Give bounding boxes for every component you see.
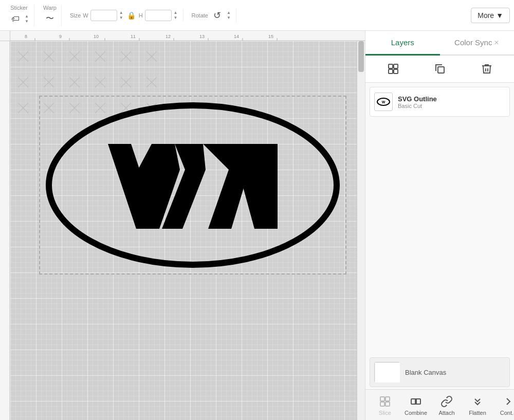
design-canvas[interactable]	[10, 41, 357, 420]
main-toolbar: Sticker 🏷 ▲ ▼ Warp 〜 Size W ▲ ▼	[0, 0, 514, 31]
more-button[interactable]: More ▼	[471, 8, 510, 23]
cont-tool[interactable]: Cont...	[493, 392, 514, 418]
more-group: More ▼	[471, 8, 510, 23]
svg-rect-28	[394, 64, 398, 68]
slice-icon	[378, 394, 392, 409]
warp-icon[interactable]: 〜	[43, 12, 57, 26]
lock-icon[interactable]: 🔒	[126, 9, 137, 22]
sticker-label: Sticker	[10, 5, 28, 11]
attach-tool[interactable]: Attach	[431, 392, 462, 418]
ruler-corner	[0, 31, 10, 41]
ruler-top: 8 9 10 11 12 13 14 15	[10, 31, 365, 41]
rotate-control: ↺ ▲ ▼	[210, 8, 232, 23]
svg-rect-31	[438, 67, 444, 73]
tab-layers[interactable]: Layers	[365, 31, 440, 56]
blank-canvas-svg	[375, 362, 400, 383]
svg-rect-30	[394, 69, 398, 74]
warp-group: Warp 〜	[39, 5, 62, 26]
layer-name: SVG Outline	[398, 95, 505, 103]
height-input[interactable]	[145, 10, 172, 21]
width-control: W ▲ ▼	[83, 10, 124, 21]
ruler-left	[0, 41, 10, 420]
design-element[interactable]	[41, 98, 344, 272]
right-panel: Layers Color Sync ✕	[365, 31, 514, 420]
sticker-arrow-down[interactable]: ▼	[24, 19, 30, 24]
slice-label: Slice	[379, 410, 391, 416]
flatten-tool[interactable]: Flatten	[462, 392, 493, 418]
flatten-label: Flatten	[469, 410, 486, 416]
panel-bottom-toolbar: Slice Combine Attach	[365, 389, 514, 420]
svg-text:11: 11	[131, 34, 136, 39]
size-group: Size W ▲ ▼ 🔒 H ▲ ▼	[66, 9, 183, 22]
rotate-group: Rotate ↺ ▲ ▼	[188, 8, 236, 23]
combine-tool[interactable]: Combine	[400, 392, 431, 418]
width-up[interactable]: ▲	[118, 10, 124, 15]
ruler-top-svg: 8 9 10 11 12 13 14 15	[10, 31, 365, 41]
cont-label: Cont...	[500, 410, 514, 416]
combine-label: Combine	[405, 410, 427, 416]
vertical-scrollbar[interactable]	[357, 41, 365, 420]
scrollbar-thumb[interactable]	[358, 41, 364, 72]
panel-tabs: Layers Color Sync ✕	[365, 31, 514, 56]
design-svg	[41, 98, 344, 272]
add-layer-button[interactable]	[384, 60, 402, 78]
canvas-area[interactable]: 8 9 10 11 12 13 14 15	[0, 31, 365, 420]
flatten-icon	[470, 394, 485, 409]
sticker-group: Sticker 🏷 ▲ ▼	[4, 5, 34, 26]
sticker-icon[interactable]: 🏷	[8, 12, 23, 26]
warp-input-group: Warp 〜	[43, 5, 57, 26]
sticker-arrows: ▲ ▼	[24, 14, 30, 24]
svg-text:8: 8	[25, 34, 27, 39]
sticker-arrow-up[interactable]: ▲	[24, 14, 30, 19]
svg-text:14: 14	[234, 34, 239, 39]
rotate-down[interactable]: ▼	[226, 15, 232, 21]
layer-info: SVG Outline Basic Cut	[398, 95, 505, 109]
delete-button[interactable]	[478, 60, 496, 78]
svg-text:13: 13	[199, 34, 205, 39]
ruler-left-svg	[0, 41, 10, 420]
width-input[interactable]	[90, 10, 117, 21]
blank-canvas-thumb	[374, 362, 400, 382]
combine-icon	[409, 394, 423, 409]
svg-rect-37	[386, 397, 390, 401]
color-sync-close-icon[interactable]: ✕	[492, 39, 499, 46]
rotate-up[interactable]: ▲	[226, 10, 232, 15]
height-control: H ▲ ▼	[139, 10, 179, 21]
tab-color-sync-label: Color Sync	[454, 38, 492, 47]
size-label: Size	[70, 12, 81, 19]
tab-layers-label: Layers	[391, 38, 414, 47]
svg-rect-39	[386, 402, 390, 406]
height-up[interactable]: ▲	[173, 10, 179, 15]
svg-text:W: W	[382, 100, 386, 104]
rotate-icon[interactable]: ↺	[210, 8, 225, 23]
warp-label: Warp	[43, 5, 57, 11]
svg-rect-29	[389, 69, 393, 74]
rotate-label: Rotate	[192, 12, 208, 19]
tab-color-sync[interactable]: Color Sync ✕	[440, 31, 515, 56]
layer-thumb: W	[374, 93, 393, 111]
layer-sub: Basic Cut	[398, 103, 505, 109]
svg-text:10: 10	[94, 34, 99, 39]
svg-rect-34	[375, 362, 400, 383]
duplicate-button[interactable]	[431, 60, 449, 78]
blank-canvas-row[interactable]: Blank Canvas	[370, 357, 510, 387]
attach-icon	[439, 394, 454, 409]
attach-label: Attach	[438, 410, 454, 416]
height-down[interactable]: ▼	[173, 15, 179, 21]
sticker-input-group: Sticker 🏷 ▲ ▼	[8, 5, 30, 26]
svg-rect-36	[380, 397, 384, 401]
panel-toolbar	[365, 56, 514, 83]
layer-thumb-svg: W	[376, 95, 391, 109]
more-chevron-icon: ▼	[496, 11, 503, 20]
sticker-control: 🏷 ▲ ▼	[8, 12, 30, 26]
svg-text:9: 9	[59, 34, 62, 39]
svg-text:12: 12	[166, 34, 171, 39]
more-label: More	[478, 11, 494, 20]
slice-tool[interactable]: Slice	[370, 392, 400, 418]
cont-icon	[501, 394, 514, 409]
width-down[interactable]: ▼	[118, 15, 124, 21]
layer-item-svg-outline[interactable]: W SVG Outline Basic Cut	[370, 87, 510, 117]
panel-content: W SVG Outline Basic Cut	[365, 83, 514, 355]
svg-rect-27	[389, 64, 393, 68]
main-area: 8 9 10 11 12 13 14 15	[0, 31, 514, 420]
